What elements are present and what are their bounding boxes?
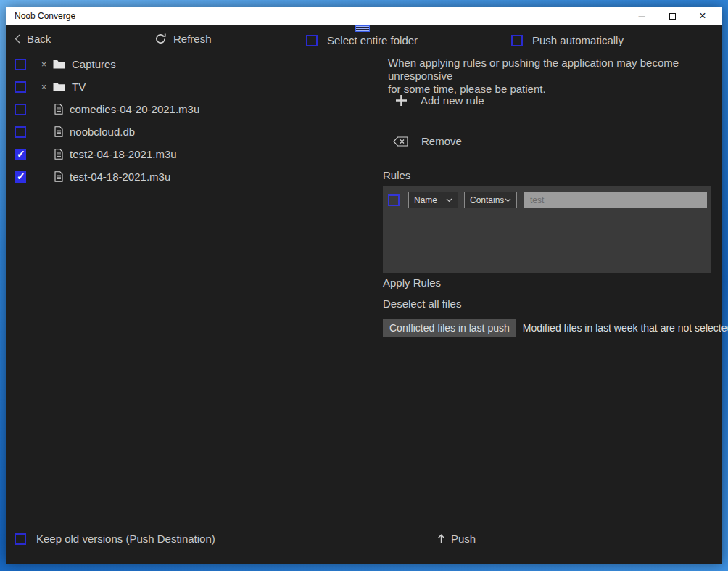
- maximize-icon: [669, 13, 676, 20]
- chevron-down-icon: [505, 198, 511, 202]
- backspace-icon: [393, 136, 408, 147]
- refresh-icon: [154, 33, 167, 45]
- toolbar: Back Refresh Select entire folder Push a…: [6, 25, 722, 57]
- file-checkbox[interactable]: [15, 104, 26, 115]
- window-controls: ─ ×: [626, 7, 718, 25]
- warning-line-2: for some time, please be patient.: [388, 83, 546, 95]
- tree-row-file[interactable]: noobcloud.db: [6, 120, 374, 143]
- conflicted-files-button[interactable]: Conflicted files in last push: [383, 319, 516, 337]
- keep-old-versions-checkbox[interactable]: [15, 533, 26, 545]
- file-checkbox[interactable]: [15, 171, 26, 183]
- maximize-button[interactable]: [657, 7, 687, 25]
- window-title: Noob Converge: [15, 11, 75, 21]
- chevron-down-icon: [446, 198, 452, 202]
- folder-icon: [53, 82, 65, 91]
- rule-operator-select[interactable]: Contains: [464, 192, 517, 208]
- keep-old-versions-toggle[interactable]: Keep old versions (Push Destination): [15, 533, 215, 545]
- rule-checkbox[interactable]: [388, 194, 400, 206]
- client-area: Back Refresh Select entire folder Push a…: [6, 25, 722, 564]
- app-window: Noob Converge ─ × Back: [6, 7, 722, 564]
- minimize-button[interactable]: ─: [626, 7, 657, 25]
- file-icon: [54, 104, 63, 115]
- titlebar: Noob Converge ─ ×: [6, 7, 722, 25]
- up-arrow-icon: [437, 534, 445, 543]
- file-name: test-04-18-2021.m3u: [70, 171, 170, 183]
- push-label: Push: [451, 533, 476, 545]
- file-name: noobcloud.db: [70, 126, 135, 138]
- tree-row-folder[interactable]: × TV: [6, 75, 374, 98]
- file-name: test2-04-18-2021.m3u: [70, 148, 177, 160]
- refresh-label: Refresh: [173, 33, 212, 45]
- file-icon: [54, 171, 63, 182]
- folder-name: TV: [72, 81, 86, 93]
- back-button[interactable]: Back: [15, 33, 51, 45]
- rules-list-box: Name Contains: [383, 186, 711, 273]
- folder-checkbox[interactable]: [15, 81, 26, 93]
- back-chevron-icon: [15, 34, 20, 44]
- tree-row-file[interactable]: test2-04-18-2021.m3u: [6, 143, 374, 165]
- file-checkbox[interactable]: [15, 149, 26, 160]
- rule-field-select[interactable]: Name: [408, 192, 458, 208]
- filter-buttons: Conflicted files in last push Modified f…: [383, 319, 728, 337]
- add-new-rule-button[interactable]: Add new rule: [395, 94, 484, 107]
- close-button[interactable]: ×: [687, 7, 718, 25]
- rule-operator-value: Contains: [470, 195, 504, 205]
- deselect-all-files-button[interactable]: Deselect all files: [383, 297, 461, 310]
- folder-checkbox[interactable]: [15, 59, 26, 70]
- back-label: Back: [27, 33, 51, 45]
- select-entire-folder-toggle[interactable]: Select entire folder: [306, 34, 418, 46]
- folder-name: Captures: [72, 58, 116, 70]
- apply-rules-button[interactable]: Apply Rules: [383, 276, 441, 289]
- file-icon: [54, 149, 63, 160]
- warning-text: When applying rules or pushing the appli…: [388, 57, 711, 96]
- file-tree: × Captures × TV: [6, 53, 374, 188]
- minimize-icon: ─: [638, 11, 645, 22]
- keep-old-versions-label: Keep old versions (Push Destination): [36, 533, 215, 545]
- push-automatically-toggle[interactable]: Push automatically: [511, 34, 624, 46]
- expander-icon[interactable]: ×: [39, 59, 49, 70]
- file-icon: [54, 126, 63, 137]
- tree-row-file[interactable]: test-04-18-2021.m3u: [6, 165, 374, 188]
- expander-icon[interactable]: ×: [39, 82, 49, 92]
- folder-icon: [53, 59, 65, 69]
- push-automatically-checkbox[interactable]: [511, 35, 523, 46]
- push-button[interactable]: Push: [437, 533, 476, 545]
- add-new-rule-label: Add new rule: [421, 94, 484, 107]
- remove-rule-label: Remove: [421, 135, 462, 147]
- tree-row-file[interactable]: comedies-04-20-2021.m3u: [6, 98, 374, 120]
- rule-field-value: Name: [414, 195, 437, 205]
- file-name: comedies-04-20-2021.m3u: [70, 103, 199, 115]
- push-automatically-label: Push automatically: [532, 34, 624, 46]
- select-entire-folder-label: Select entire folder: [327, 34, 418, 46]
- file-checkbox[interactable]: [15, 126, 26, 138]
- desktop-background: Noob Converge ─ × Back: [0, 0, 728, 571]
- rule-row: Name Contains: [383, 186, 711, 208]
- tree-row-folder[interactable]: × Captures: [6, 53, 374, 75]
- plus-icon: [395, 94, 408, 107]
- select-entire-folder-checkbox[interactable]: [306, 35, 318, 46]
- refresh-button[interactable]: Refresh: [154, 33, 212, 45]
- rules-heading: Rules: [383, 169, 410, 181]
- rule-value-input[interactable]: [524, 192, 707, 208]
- remove-rule-button[interactable]: Remove: [393, 135, 462, 147]
- footer: Keep old versions (Push Destination) Pus…: [6, 531, 722, 551]
- close-icon: ×: [699, 9, 706, 22]
- warning-line-1: When applying rules or pushing the appli…: [388, 57, 679, 82]
- modified-files-button[interactable]: Modified files in last week that are not…: [516, 319, 728, 337]
